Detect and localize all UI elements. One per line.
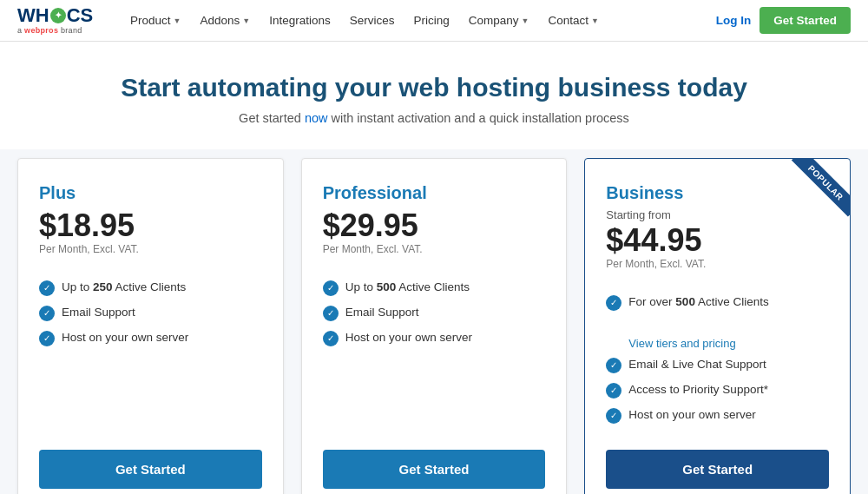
logo-subtitle: a webpros brand (17, 26, 95, 35)
check-icon: ✓ (606, 295, 621, 311)
feature-pro-3: ✓ Host on your own server (323, 330, 546, 346)
feature-biz-2: ✓ Email & Live Chat Support (606, 357, 829, 373)
feature-pro-2: ✓ Email Support (323, 305, 546, 321)
plan-card-business: Business Starting from $44.95 Per Month,… (584, 158, 851, 494)
pricing-section: Plus $18.95 Per Month, Excl. VAT. ✓ Up t… (0, 149, 868, 494)
logo-cs: CS (67, 6, 94, 25)
plus-cta-button[interactable]: Get Started (39, 450, 262, 489)
features-list-professional: ✓ Up to 500 Active Clients ✓ Email Suppo… (323, 280, 546, 432)
plan-period-professional: Per Month, Excl. VAT. (323, 243, 546, 255)
plan-card-professional: Professional $29.95 Per Month, Excl. VAT… (301, 158, 568, 494)
check-icon: ✓ (39, 280, 55, 296)
plan-price-plus: $18.95 (39, 208, 262, 243)
check-icon: ✓ (606, 383, 621, 398)
hero-heading: Start automating your web hosting busine… (17, 73, 851, 102)
nav-item-product[interactable]: Product ▼ (122, 0, 189, 42)
view-tiers-link[interactable]: View tiers and pricing (628, 337, 829, 350)
logo-icon (50, 8, 66, 23)
feature-biz-4: ✓ Host on your own server (606, 407, 829, 424)
popular-badge (780, 159, 850, 228)
addons-dropdown-arrow: ▼ (242, 16, 250, 25)
check-icon: ✓ (39, 331, 55, 346)
feature-plus-3: ✓ Host on your own server (39, 330, 262, 346)
plan-period-business: Per Month, Excl. VAT. (606, 258, 829, 270)
business-cta-button[interactable]: Get Started (606, 450, 829, 489)
features-list-business: ✓ For over 500 Active Clients (606, 294, 829, 319)
plan-price-professional: $29.95 (323, 208, 546, 243)
nav-item-services[interactable]: Services (341, 0, 404, 42)
feature-plus-1: ✓ Up to 250 Active Clients (39, 280, 262, 296)
nav-item-contact[interactable]: Contact ▼ (539, 0, 607, 42)
feature-plus-2: ✓ Email Support (39, 305, 262, 321)
nav-item-integrations[interactable]: Integrations (260, 0, 339, 42)
plan-name-professional: Professional (323, 183, 546, 203)
main-nav: Product ▼ Addons ▼ Integrations Services… (122, 0, 716, 42)
check-icon: ✓ (323, 331, 339, 346)
check-icon: ✓ (39, 306, 55, 321)
features-list-business-extra: ✓ Email & Live Chat Support ✓ Access to … (606, 357, 829, 432)
hero-section: Start automating your web hosting busine… (0, 42, 868, 149)
nav-item-pricing[interactable]: Pricing (404, 0, 457, 42)
header-cta-button[interactable]: Get Started (760, 7, 851, 34)
contact-dropdown-arrow: ▼ (591, 16, 599, 25)
feature-biz-3: ✓ Access to Priority Support* (606, 382, 829, 398)
plan-card-plus: Plus $18.95 Per Month, Excl. VAT. ✓ Up t… (17, 158, 284, 494)
check-icon: ✓ (606, 358, 621, 373)
plan-name-plus: Plus (39, 183, 262, 203)
professional-cta-button[interactable]: Get Started (323, 450, 546, 489)
company-dropdown-arrow: ▼ (522, 16, 529, 25)
nav-item-addons[interactable]: Addons ▼ (191, 0, 259, 42)
check-icon: ✓ (323, 280, 339, 296)
header-actions: Log In Get Started (716, 7, 851, 34)
plan-period-plus: Per Month, Excl. VAT. (39, 243, 262, 255)
feature-biz-1: ✓ For over 500 Active Clients (606, 294, 829, 311)
features-list-plus: ✓ Up to 250 Active Clients ✓ Email Suppo… (39, 280, 262, 432)
hero-subtext: Get started now with instant activation … (17, 111, 851, 125)
logo: WHCS a webpros brand (17, 6, 95, 35)
product-dropdown-arrow: ▼ (174, 16, 181, 25)
logo-wh: WH (17, 6, 49, 25)
login-button[interactable]: Log In (716, 14, 752, 27)
logo-text: WHCS (17, 6, 95, 25)
check-icon: ✓ (606, 408, 621, 424)
site-header: WHCS a webpros brand Product ▼ Addons ▼ … (0, 0, 868, 42)
feature-pro-1: ✓ Up to 500 Active Clients (323, 280, 546, 296)
nav-item-company[interactable]: Company ▼ (460, 0, 538, 42)
check-icon: ✓ (323, 306, 339, 321)
